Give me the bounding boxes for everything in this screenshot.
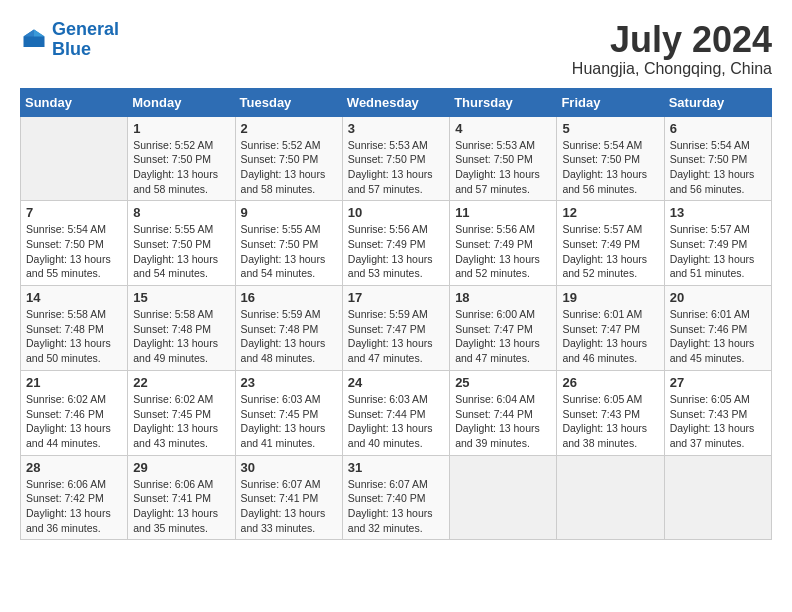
day-info: Sunrise: 5:58 AM Sunset: 7:48 PM Dayligh… [26, 307, 122, 366]
calendar-day-cell: 29Sunrise: 6:06 AM Sunset: 7:41 PM Dayli… [128, 455, 235, 540]
calendar-body: 1Sunrise: 5:52 AM Sunset: 7:50 PM Daylig… [21, 116, 772, 540]
day-info: Sunrise: 6:03 AM Sunset: 7:44 PM Dayligh… [348, 392, 444, 451]
logo-line2: Blue [52, 39, 91, 59]
day-info: Sunrise: 5:55 AM Sunset: 7:50 PM Dayligh… [133, 222, 229, 281]
day-info: Sunrise: 5:59 AM Sunset: 7:47 PM Dayligh… [348, 307, 444, 366]
calendar-day-cell: 13Sunrise: 5:57 AM Sunset: 7:49 PM Dayli… [664, 201, 771, 286]
day-info: Sunrise: 5:59 AM Sunset: 7:48 PM Dayligh… [241, 307, 337, 366]
calendar-week-row: 14Sunrise: 5:58 AM Sunset: 7:48 PM Dayli… [21, 286, 772, 371]
day-info: Sunrise: 5:57 AM Sunset: 7:49 PM Dayligh… [562, 222, 658, 281]
weekday-header: Monday [128, 88, 235, 116]
day-info: Sunrise: 5:54 AM Sunset: 7:50 PM Dayligh… [26, 222, 122, 281]
day-number: 9 [241, 205, 337, 220]
day-number: 12 [562, 205, 658, 220]
day-number: 13 [670, 205, 766, 220]
day-number: 27 [670, 375, 766, 390]
calendar-day-cell: 21Sunrise: 6:02 AM Sunset: 7:46 PM Dayli… [21, 370, 128, 455]
day-number: 22 [133, 375, 229, 390]
day-info: Sunrise: 5:52 AM Sunset: 7:50 PM Dayligh… [241, 138, 337, 197]
logo-icon [20, 26, 48, 54]
day-number: 4 [455, 121, 551, 136]
day-number: 25 [455, 375, 551, 390]
day-info: Sunrise: 6:06 AM Sunset: 7:41 PM Dayligh… [133, 477, 229, 536]
day-number: 17 [348, 290, 444, 305]
day-number: 18 [455, 290, 551, 305]
day-info: Sunrise: 6:02 AM Sunset: 7:46 PM Dayligh… [26, 392, 122, 451]
day-info: Sunrise: 6:02 AM Sunset: 7:45 PM Dayligh… [133, 392, 229, 451]
month-year: July 2024 [572, 20, 772, 60]
day-info: Sunrise: 5:57 AM Sunset: 7:49 PM Dayligh… [670, 222, 766, 281]
calendar-day-cell: 22Sunrise: 6:02 AM Sunset: 7:45 PM Dayli… [128, 370, 235, 455]
calendar-day-cell: 15Sunrise: 5:58 AM Sunset: 7:48 PM Dayli… [128, 286, 235, 371]
day-info: Sunrise: 6:07 AM Sunset: 7:40 PM Dayligh… [348, 477, 444, 536]
weekday-header: Saturday [664, 88, 771, 116]
title-block: July 2024 Huangjia, Chongqing, China [572, 20, 772, 78]
calendar-header-row: SundayMondayTuesdayWednesdayThursdayFrid… [21, 88, 772, 116]
calendar-day-cell: 24Sunrise: 6:03 AM Sunset: 7:44 PM Dayli… [342, 370, 449, 455]
day-number: 14 [26, 290, 122, 305]
day-info: Sunrise: 5:54 AM Sunset: 7:50 PM Dayligh… [670, 138, 766, 197]
day-number: 21 [26, 375, 122, 390]
calendar-day-cell: 6Sunrise: 5:54 AM Sunset: 7:50 PM Daylig… [664, 116, 771, 201]
calendar-day-cell: 19Sunrise: 6:01 AM Sunset: 7:47 PM Dayli… [557, 286, 664, 371]
calendar-day-cell: 4Sunrise: 5:53 AM Sunset: 7:50 PM Daylig… [450, 116, 557, 201]
calendar-day-cell: 27Sunrise: 6:05 AM Sunset: 7:43 PM Dayli… [664, 370, 771, 455]
calendar-day-cell [664, 455, 771, 540]
svg-marker-1 [34, 29, 45, 36]
logo-text: General Blue [52, 20, 119, 60]
day-info: Sunrise: 6:00 AM Sunset: 7:47 PM Dayligh… [455, 307, 551, 366]
day-info: Sunrise: 6:07 AM Sunset: 7:41 PM Dayligh… [241, 477, 337, 536]
day-number: 16 [241, 290, 337, 305]
day-info: Sunrise: 6:05 AM Sunset: 7:43 PM Dayligh… [670, 392, 766, 451]
calendar-day-cell: 12Sunrise: 5:57 AM Sunset: 7:49 PM Dayli… [557, 201, 664, 286]
calendar-day-cell: 9Sunrise: 5:55 AM Sunset: 7:50 PM Daylig… [235, 201, 342, 286]
day-number: 15 [133, 290, 229, 305]
calendar-week-row: 7Sunrise: 5:54 AM Sunset: 7:50 PM Daylig… [21, 201, 772, 286]
calendar-day-cell: 18Sunrise: 6:00 AM Sunset: 7:47 PM Dayli… [450, 286, 557, 371]
location: Huangjia, Chongqing, China [572, 60, 772, 78]
svg-marker-2 [24, 29, 35, 36]
weekday-header: Sunday [21, 88, 128, 116]
calendar-day-cell: 17Sunrise: 5:59 AM Sunset: 7:47 PM Dayli… [342, 286, 449, 371]
calendar-week-row: 21Sunrise: 6:02 AM Sunset: 7:46 PM Dayli… [21, 370, 772, 455]
day-number: 10 [348, 205, 444, 220]
day-number: 20 [670, 290, 766, 305]
day-info: Sunrise: 6:06 AM Sunset: 7:42 PM Dayligh… [26, 477, 122, 536]
weekday-header: Thursday [450, 88, 557, 116]
day-number: 6 [670, 121, 766, 136]
page-header: General Blue July 2024 Huangjia, Chongqi… [20, 20, 772, 78]
calendar-week-row: 28Sunrise: 6:06 AM Sunset: 7:42 PM Dayli… [21, 455, 772, 540]
calendar-day-cell: 1Sunrise: 5:52 AM Sunset: 7:50 PM Daylig… [128, 116, 235, 201]
day-number: 31 [348, 460, 444, 475]
logo: General Blue [20, 20, 119, 60]
calendar-day-cell: 25Sunrise: 6:04 AM Sunset: 7:44 PM Dayli… [450, 370, 557, 455]
calendar-day-cell [21, 116, 128, 201]
day-number: 11 [455, 205, 551, 220]
calendar-day-cell: 2Sunrise: 5:52 AM Sunset: 7:50 PM Daylig… [235, 116, 342, 201]
calendar-day-cell: 16Sunrise: 5:59 AM Sunset: 7:48 PM Dayli… [235, 286, 342, 371]
day-number: 3 [348, 121, 444, 136]
day-info: Sunrise: 5:58 AM Sunset: 7:48 PM Dayligh… [133, 307, 229, 366]
calendar-week-row: 1Sunrise: 5:52 AM Sunset: 7:50 PM Daylig… [21, 116, 772, 201]
calendar-day-cell: 31Sunrise: 6:07 AM Sunset: 7:40 PM Dayli… [342, 455, 449, 540]
day-info: Sunrise: 5:56 AM Sunset: 7:49 PM Dayligh… [455, 222, 551, 281]
day-number: 26 [562, 375, 658, 390]
day-info: Sunrise: 6:04 AM Sunset: 7:44 PM Dayligh… [455, 392, 551, 451]
day-info: Sunrise: 5:54 AM Sunset: 7:50 PM Dayligh… [562, 138, 658, 197]
calendar-table: SundayMondayTuesdayWednesdayThursdayFrid… [20, 88, 772, 541]
calendar-day-cell: 14Sunrise: 5:58 AM Sunset: 7:48 PM Dayli… [21, 286, 128, 371]
calendar-day-cell [450, 455, 557, 540]
calendar-day-cell: 23Sunrise: 6:03 AM Sunset: 7:45 PM Dayli… [235, 370, 342, 455]
day-info: Sunrise: 5:52 AM Sunset: 7:50 PM Dayligh… [133, 138, 229, 197]
day-number: 1 [133, 121, 229, 136]
day-number: 30 [241, 460, 337, 475]
day-info: Sunrise: 6:03 AM Sunset: 7:45 PM Dayligh… [241, 392, 337, 451]
day-number: 23 [241, 375, 337, 390]
calendar-day-cell: 10Sunrise: 5:56 AM Sunset: 7:49 PM Dayli… [342, 201, 449, 286]
calendar-day-cell: 20Sunrise: 6:01 AM Sunset: 7:46 PM Dayli… [664, 286, 771, 371]
day-number: 19 [562, 290, 658, 305]
calendar-day-cell: 8Sunrise: 5:55 AM Sunset: 7:50 PM Daylig… [128, 201, 235, 286]
weekday-header: Friday [557, 88, 664, 116]
day-info: Sunrise: 5:56 AM Sunset: 7:49 PM Dayligh… [348, 222, 444, 281]
day-info: Sunrise: 5:55 AM Sunset: 7:50 PM Dayligh… [241, 222, 337, 281]
